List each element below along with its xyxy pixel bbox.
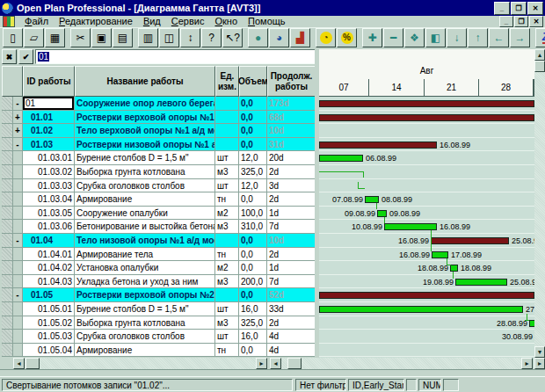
table-row[interactable]: +01.02Тело верховой опоры №1 а/д моста0,… [2, 124, 315, 138]
cell-volume[interactable]: 16,0 [239, 330, 267, 344]
collapse-icon[interactable]: ◧ [425, 28, 446, 47]
outline-toggle[interactable]: + [13, 124, 23, 138]
cell-volume[interactable]: 100,0 [239, 207, 267, 221]
cell-id[interactable]: 01.02 [23, 124, 75, 138]
cell-duration[interactable]: 7d [267, 275, 315, 289]
table-row[interactable]: 01.03.05Сооружение опалубким2100,01d [2, 207, 315, 221]
cell-name[interactable]: Сооружение опалубки [75, 207, 215, 221]
clock-icon[interactable]: ◔ [316, 28, 336, 47]
table-scroll-right-icon[interactable]: ▸ [256, 358, 267, 369]
cell-volume[interactable]: 0,0 [239, 261, 267, 275]
cell-unit[interactable] [215, 288, 239, 302]
column-header-unit[interactable]: Ед. изм. [215, 66, 239, 97]
table-row[interactable]: 01.03.02Выборка грунта котлованам3325,02… [2, 165, 315, 179]
move-up-icon[interactable]: ↑ [468, 28, 488, 47]
cell-id[interactable]: 01.03.02 [23, 165, 75, 179]
cell-duration[interactable]: 20d [267, 151, 315, 165]
outline-toggle[interactable]: - [13, 234, 23, 248]
scroll-down-icon[interactable]: ▾ [534, 346, 545, 358]
gantt-view-icon[interactable]: Z [535, 28, 545, 47]
gantt-bar-01.03.04[interactable] [365, 196, 379, 203]
percent-icon[interactable]: % [337, 28, 357, 47]
cell-unit[interactable]: тн [215, 192, 239, 207]
cell-volume[interactable]: 200,0 [239, 275, 267, 289]
cell-unit[interactable] [215, 97, 239, 111]
cell-duration[interactable]: 7d [267, 220, 315, 234]
gantt-bar-01.04.03[interactable] [455, 279, 507, 286]
cell-unit[interactable]: м3 [215, 275, 239, 289]
table-row[interactable]: 01.03.06Бетонирование и выстойка бетонам… [2, 220, 315, 234]
cell-id[interactable]: 01.03 [23, 138, 75, 152]
table-scroll-left-icon[interactable]: ◂ [13, 358, 25, 369]
cell-duration[interactable]: 68d [267, 111, 315, 125]
menu-item-сервис[interactable]: Сервис [166, 16, 210, 27]
vertical-scroll-thumb[interactable] [534, 61, 545, 72]
gantt-bar-01.05[interactable] [319, 292, 534, 299]
cell-unit[interactable] [215, 138, 239, 152]
cell-id[interactable]: 01.03.01 [23, 151, 75, 165]
status-circle-icon[interactable]: ● [248, 28, 268, 47]
chart-scroll-left-icon[interactable]: ◂ [270, 358, 281, 369]
table-row[interactable]: 01.04.01Армирование телатн0,02d [2, 248, 315, 262]
move-right-icon[interactable]: → [510, 28, 530, 47]
outline-toggle[interactable]: - [13, 288, 23, 302]
cell-id[interactable]: 01.01 [23, 111, 75, 125]
child-restore-button[interactable]: ❐ [514, 16, 528, 27]
table-row[interactable]: 01.05.04Армированиетн0,04d [2, 344, 315, 358]
cell-unit[interactable]: шт [215, 302, 239, 316]
column-header-volume[interactable]: Объем [239, 66, 267, 97]
gantt-bar-01[interactable] [319, 100, 534, 107]
cell-volume[interactable]: 12,0 [239, 151, 267, 165]
cell-name[interactable]: Тело низовой опоры №1 а/д моста [75, 234, 215, 248]
gantt-bar-01.05.01[interactable] [319, 306, 523, 313]
table-scroll-thumb[interactable] [25, 358, 40, 369]
cell-name[interactable]: Ростверки верховой опоры №1 а/д [75, 111, 215, 125]
child-minimize-button[interactable]: _ [499, 16, 513, 27]
cell-name[interactable]: Бурение столбов D = 1,5 м" [75, 151, 215, 165]
chart-horizontal-scrollbar[interactable] [270, 358, 533, 369]
menu-item-вид[interactable]: Вид [138, 16, 166, 27]
child-window-icon[interactable] [3, 16, 15, 27]
cell-id[interactable]: 01.05.01 [23, 302, 75, 316]
menu-item-помощь[interactable]: Помощь [243, 16, 291, 27]
chart-scroll-right-icon[interactable]: ▸ [521, 358, 533, 369]
move-down-icon[interactable]: ↓ [447, 28, 467, 47]
cell-unit[interactable]: тн [215, 248, 239, 262]
cell-id[interactable]: 01.05.04 [23, 344, 75, 358]
gantt-bar-01.04.02[interactable] [450, 265, 458, 272]
copy-icon[interactable]: ▣ [91, 28, 112, 47]
cell-duration[interactable]: 31d [267, 138, 315, 152]
menu-item-файл[interactable]: Файл [19, 16, 54, 27]
table-row[interactable]: -01.04Тело низовой опоры №1 а/д моста0,0… [2, 234, 315, 248]
gantt-bar-01.03.01[interactable] [319, 155, 363, 162]
cell-duration[interactable]: 52d [267, 288, 315, 302]
cell-id[interactable]: 01.04 [23, 234, 75, 248]
cell-unit[interactable]: тн [215, 344, 239, 358]
gantt-bar-01.04.01[interactable] [432, 251, 448, 258]
column-header-name[interactable]: Название работы [75, 66, 215, 97]
cell-duration[interactable]: 2d [267, 165, 315, 179]
chart-scroll-thumb[interactable] [287, 358, 302, 369]
cell-id[interactable]: 01.04.03 [23, 275, 75, 289]
column-header-id[interactable]: ID работы [23, 66, 75, 97]
cell-unit[interactable]: шт [215, 330, 239, 344]
cell-name[interactable]: Армирование [75, 192, 215, 207]
new-file-icon[interactable]: ▯ [3, 28, 23, 47]
cell-name[interactable]: Сооружение опор левого берега [75, 97, 215, 111]
cell-duration[interactable]: 10d [267, 234, 315, 248]
cell-volume[interactable]: 16,0 [239, 302, 267, 316]
gantt-bar-01.04[interactable] [431, 237, 509, 244]
cell-volume[interactable]: 0,0 [239, 138, 267, 152]
sort-icon[interactable]: ↕ [180, 28, 200, 47]
table-row[interactable]: 01.04.03Укладка бетона и уход за нимм320… [2, 275, 315, 289]
cell-volume[interactable]: 0,0 [239, 97, 267, 111]
cell-volume[interactable]: 325,0 [239, 165, 267, 179]
table-row[interactable]: 01.03.04Армированиетн0,02d [2, 192, 315, 207]
cell-unit[interactable]: шт [215, 151, 239, 165]
cell-name[interactable]: Выборка грунта котлована [75, 316, 215, 330]
cell-id[interactable]: 01.05.03 [23, 330, 75, 344]
cell-name[interactable]: Выборка грунта котлована [75, 165, 215, 179]
menu-item-окно[interactable]: Окно [209, 16, 243, 27]
expand-icon[interactable]: ❖ [404, 28, 425, 47]
cell-unit[interactable] [215, 111, 239, 125]
